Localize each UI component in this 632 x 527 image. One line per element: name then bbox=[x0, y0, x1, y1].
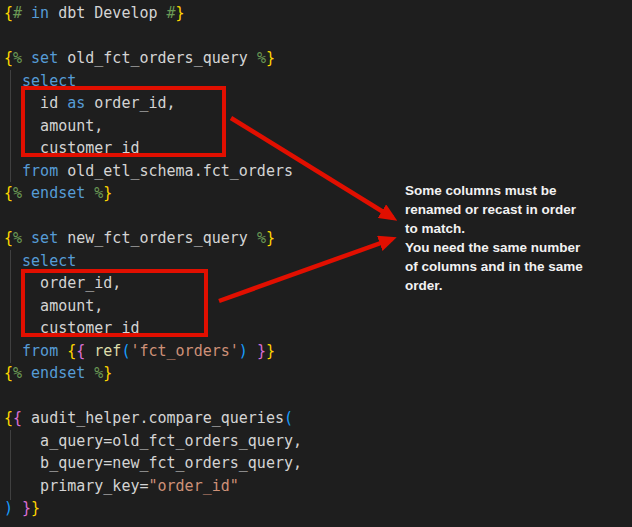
code-line: primary_key="order_id" bbox=[4, 475, 632, 498]
annotation-line: of columns and in the same bbox=[405, 257, 605, 276]
annotation-line: to match. bbox=[405, 219, 605, 238]
code-line: {{ audit_helper.compare_queries( bbox=[4, 407, 632, 430]
highlight-box-old-columns bbox=[21, 86, 226, 157]
annotation-note: Some columns must be renamed or recast i… bbox=[405, 181, 605, 295]
indent-guide bbox=[10, 70, 11, 182]
code-line: {# in dbt Develop #} bbox=[4, 2, 632, 25]
highlight-box-new-columns bbox=[21, 269, 208, 337]
annotation-line: order. bbox=[405, 276, 605, 295]
code-line: from {{ ref('fct_orders') }} bbox=[4, 340, 632, 363]
code-line: from old_etl_schema.fct_orders bbox=[4, 160, 632, 183]
code-line: a_query=old_fct_orders_query, bbox=[4, 430, 632, 453]
code-line: ) }} bbox=[4, 497, 632, 520]
indent-guide bbox=[10, 430, 11, 500]
code-line: {% endset %} bbox=[4, 362, 632, 385]
code-line bbox=[4, 385, 632, 408]
annotation-line: renamed or recast in order bbox=[405, 200, 605, 219]
indent-guide bbox=[10, 250, 11, 363]
annotation-line: Some columns must be bbox=[405, 181, 605, 200]
code-line bbox=[4, 25, 632, 48]
code-line: {% set old_fct_orders_query %} bbox=[4, 47, 632, 70]
annotation-line: You need the same number bbox=[405, 238, 605, 257]
code-line: b_query=new_fct_orders_query, bbox=[4, 452, 632, 475]
